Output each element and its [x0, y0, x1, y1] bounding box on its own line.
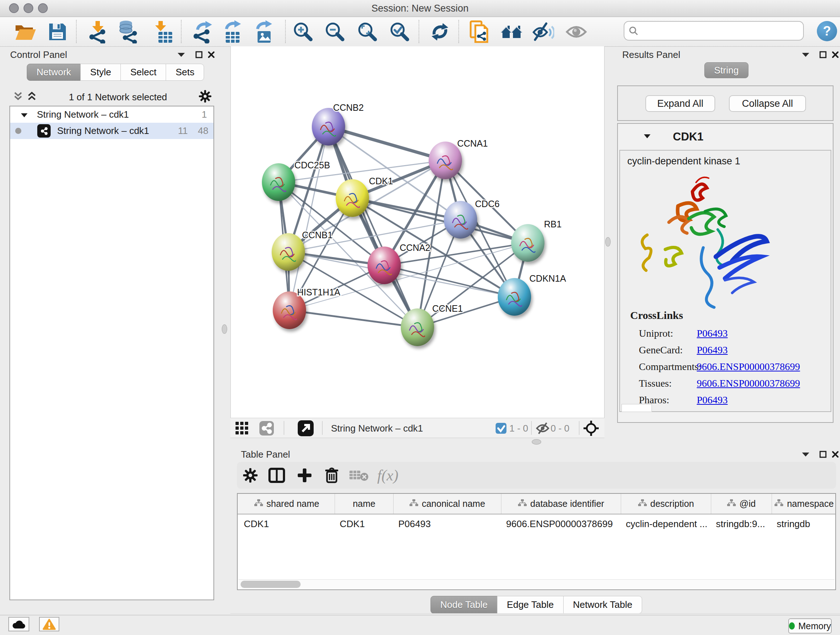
- warning-button[interactable]: [39, 617, 59, 631]
- crosslink-link[interactable]: P06493: [697, 344, 728, 356]
- column-header-canonical-name[interactable]: canonical name: [393, 494, 501, 514]
- crosslink-label: Uniprot:: [639, 328, 697, 339]
- results-panel-close-icon[interactable]: [829, 49, 840, 60]
- search-field[interactable]: [638, 25, 803, 37]
- table-cell[interactable]: stringdb:9...: [716, 516, 770, 532]
- table-panel-close-icon[interactable]: [829, 449, 840, 460]
- table-cell[interactable]: stringdb: [777, 516, 835, 532]
- save-session-icon[interactable]: [45, 19, 70, 44]
- table-panel-float-icon[interactable]: [817, 449, 829, 460]
- show-all-icon[interactable]: [564, 19, 589, 44]
- crosslink-link[interactable]: P06493: [697, 328, 728, 339]
- node-table[interactable]: shared namenamecanonical namedatabase id…: [237, 493, 836, 590]
- zoom-selected-icon[interactable]: [386, 19, 412, 44]
- fit-selected-crosshair-icon[interactable]: [583, 420, 599, 438]
- network-node-CDKN1A[interactable]: [498, 278, 531, 316]
- column-header-database-identifier[interactable]: database identifier: [501, 494, 621, 514]
- crosslinks-heading: CrossLinks: [630, 309, 683, 321]
- search-input[interactable]: [624, 21, 804, 41]
- open-session-icon[interactable]: [12, 19, 38, 44]
- expand-all-icon[interactable]: [26, 91, 38, 103]
- tab-style[interactable]: Style: [80, 64, 121, 81]
- window-title: Session: New Session: [0, 0, 840, 17]
- expand-all-button[interactable]: Expand All: [645, 95, 715, 112]
- control-panel-close-icon[interactable]: [205, 49, 218, 60]
- results-panel-float-icon[interactable]: [817, 49, 829, 60]
- collapse-all-icon[interactable]: [12, 91, 24, 103]
- protein-header[interactable]: CDK1: [618, 124, 833, 150]
- hide-selected-icon[interactable]: [531, 19, 556, 44]
- network-collection-row[interactable]: String Network – cdk1 1: [10, 106, 213, 123]
- network-canvas[interactable]: CCNB2CCNA1CDC25BCDK1CDC6RB1CCNB1CCNA2CDK…: [231, 46, 605, 418]
- network-row-selected[interactable]: String Network – cdk1 11 48: [10, 123, 213, 139]
- network-node-CCNA2[interactable]: [368, 247, 401, 284]
- refresh-layout-icon[interactable]: [427, 19, 453, 44]
- crosslink-link[interactable]: 9606.ENSP00000378699: [697, 378, 800, 389]
- gear-icon[interactable]: [198, 89, 212, 105]
- column-header-namespace[interactable]: namespace: [772, 494, 836, 514]
- tab-network-table[interactable]: Network Table: [563, 596, 642, 614]
- column-header-@id[interactable]: @id: [711, 494, 772, 514]
- protein-name: CDK1: [673, 130, 703, 143]
- add-icon[interactable]: [292, 462, 317, 489]
- column-header-name[interactable]: name: [335, 494, 393, 514]
- bottom-splitter-handle[interactable]: [532, 439, 541, 445]
- tab-network[interactable]: Network: [27, 64, 81, 81]
- network-node-CDC6[interactable]: [444, 201, 477, 239]
- grid-view-icon[interactable]: [235, 422, 248, 436]
- collapse-all-button[interactable]: Collapse All: [729, 95, 806, 112]
- tab-node-table[interactable]: Node Table: [431, 596, 497, 614]
- zoom-in-icon[interactable]: [290, 19, 315, 44]
- scrollbar-thumb[interactable]: [240, 581, 301, 588]
- table-panel-collapse-icon[interactable]: [799, 449, 812, 460]
- table-cell[interactable]: CDK1: [244, 516, 333, 532]
- import-network-file-icon[interactable]: [85, 19, 111, 44]
- crosslink-link[interactable]: P06493: [697, 394, 728, 406]
- share-document-icon[interactable]: [467, 19, 493, 44]
- tree-expander-icon[interactable]: [21, 109, 27, 120]
- memory-status-dot: [789, 622, 795, 630]
- network-node-CCNB2[interactable]: [312, 108, 345, 146]
- network-node-RB1[interactable]: [511, 224, 545, 262]
- share-view-icon[interactable]: [259, 421, 274, 437]
- import-table-icon[interactable]: [150, 19, 175, 44]
- tab-select[interactable]: Select: [120, 64, 166, 81]
- tab-sets[interactable]: Sets: [166, 64, 204, 81]
- left-splitter-handle[interactable]: [222, 325, 227, 334]
- table-cell[interactable]: cyclin-dependent ...: [626, 516, 709, 532]
- import-network-database-icon[interactable]: [115, 19, 141, 44]
- table-cell[interactable]: CDK1: [340, 516, 392, 532]
- protein-expander-icon[interactable]: [644, 134, 651, 140]
- network-node-CDC25B[interactable]: [262, 163, 295, 201]
- help-icon[interactable]: ?: [817, 21, 837, 41]
- zoom-fit-icon[interactable]: [354, 19, 379, 44]
- network-node-CCNB1[interactable]: [272, 233, 305, 271]
- export-table-icon[interactable]: [220, 19, 245, 44]
- tab-string[interactable]: String: [704, 62, 748, 78]
- export-image-icon[interactable]: [251, 19, 276, 44]
- gear-icon[interactable]: [238, 462, 263, 489]
- results-scrollbar[interactable]: [622, 404, 652, 412]
- tab-edge-table[interactable]: Edge Table: [497, 596, 564, 614]
- control-panel-collapse-icon[interactable]: [175, 49, 187, 60]
- table-hscrollbar[interactable]: [238, 579, 835, 589]
- column-header-shared-name[interactable]: shared name: [239, 494, 335, 514]
- network-node-CDK1[interactable]: [336, 179, 369, 217]
- results-panel-collapse-icon[interactable]: [799, 49, 812, 60]
- crosslink-link[interactable]: 9606.ENSP00000378699: [697, 361, 800, 372]
- export-network-icon[interactable]: [189, 19, 215, 44]
- zoom-out-icon[interactable]: [322, 19, 347, 44]
- selected-checkbox[interactable]: [496, 423, 507, 435]
- memory-button[interactable]: Memory: [788, 618, 832, 633]
- network-node-CCNE1[interactable]: [401, 309, 434, 346]
- home-pages-icon[interactable]: [499, 19, 524, 44]
- right-splitter-handle[interactable]: [605, 237, 611, 247]
- open-in-new-icon[interactable]: [298, 420, 314, 438]
- column-header-description[interactable]: description: [621, 494, 711, 514]
- trash-icon[interactable]: [319, 462, 344, 489]
- cloud-button[interactable]: [8, 617, 29, 631]
- columns-icon[interactable]: [264, 462, 289, 489]
- table-cell[interactable]: 9606.ENSP00000378699: [506, 516, 619, 532]
- control-panel-float-icon[interactable]: [193, 49, 205, 60]
- table-cell[interactable]: P06493: [398, 516, 500, 532]
